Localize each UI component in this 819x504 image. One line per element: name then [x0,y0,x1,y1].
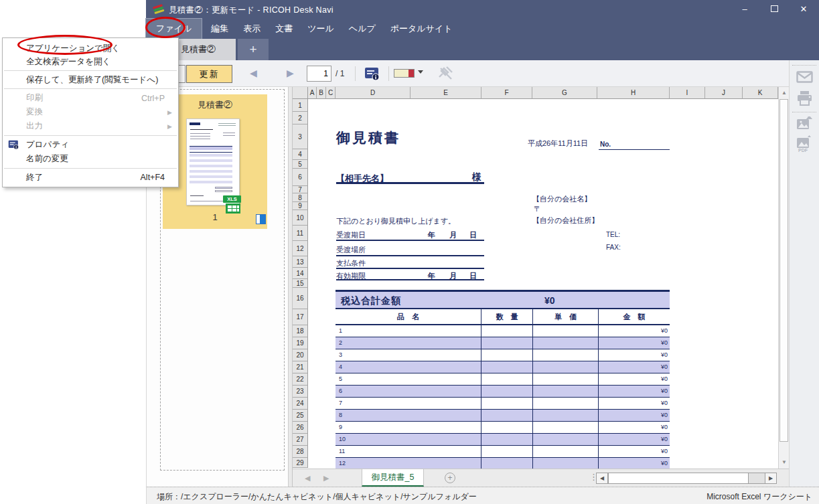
column-headers: ABCDEFGHIJK [308,87,778,99]
toolbar: 閲覧 更新 ◀ ▶ / 1 [146,60,789,87]
page-number-input[interactable] [307,66,331,82]
file-menu-item-12[interactable]: 終了Alt+F4 [3,171,178,184]
properties-icon[interactable] [364,66,380,84]
menubar-item-6[interactable]: ポータルサイト [383,19,460,39]
doc-greeting: 下記のとおり御見積申し上げます。 [336,216,455,226]
stamp-disabled-icon [438,66,454,84]
properties-icon [8,139,19,152]
item-col-header-0: 品 名 [336,309,481,324]
highlight-color-swatch[interactable] [394,69,415,78]
column-header-C: C [326,87,336,99]
file-menu-item-9[interactable]: プロパティ [3,138,178,152]
row-header-14: 14 [293,268,308,279]
title-bar: 見積書②：更新モード - RICOH Desk Navi – ✕ [146,0,819,18]
app-window: 見積書②：更新モード - RICOH Desk Navi – ✕ ファイル編集表… [146,0,819,504]
hscroll-left-icon[interactable]: ◀ [597,473,608,483]
row-header-25: 25 [293,410,308,422]
spreadsheet-pane: ABCDEFGHIJK 1234567891011121314151617181… [293,87,778,469]
hscroll-right-icon[interactable]: ▶ [765,473,776,483]
page-total: / 1 [336,69,344,78]
row-header-18: 18 [293,325,308,337]
doc-date-unit: 日 [469,230,477,240]
doc-company-name: 【自分の会社名】 [532,194,591,204]
sheet-next-icon: ▶ [323,474,329,483]
item-row-6: 6¥0 [336,386,670,398]
panel-splitter[interactable] [288,87,293,487]
item-row-11: 11¥0 [336,446,670,458]
scroll-up-icon[interactable]: ▲ [779,88,790,98]
location-path: 場所：/エクスプローラー/かんたんキャビネット/個人キャビネット/サンプルフォル… [157,491,477,503]
item-col-header-3: 金 額 [598,309,670,324]
doc-date-unit: 年 [428,230,435,240]
vertical-scroll-thumb[interactable] [779,99,788,442]
next-page-icon: ▶ [287,68,294,78]
new-tab-button[interactable]: + [238,39,269,60]
file-type-label: Microsoft Excel ワークシート [706,491,812,503]
item-col-header-2: 単 価 [532,309,598,324]
file-menu-item-1[interactable]: 全文検索データを開く [3,55,178,68]
doc-total-value: ¥0 [544,295,555,306]
column-header-E: E [411,87,481,99]
vertical-scrollbar[interactable]: ▲ ▼ [778,87,789,469]
row-header-13: 13 [293,256,308,268]
column-header-I: I [670,87,705,99]
file-menu-item-7: 出力▶ [3,119,178,133]
xls-badge-icon: XLS [223,195,243,214]
menubar-item-4[interactable]: ツール [300,19,342,39]
row-header-10: 10 [293,210,308,226]
menubar-item-3[interactable]: 文書 [268,19,300,39]
annotation-circle-file-menu [145,17,185,38]
sheet-prev-icon: ◀ [305,474,310,483]
minimize-button[interactable]: – [739,4,751,14]
item-row-7: 7¥0 [336,398,670,410]
menu-separator [4,135,177,136]
item-row-4: 4¥0 [336,361,670,373]
right-action-bar: PDF [789,60,819,487]
maximize-button[interactable] [768,4,780,14]
menubar-item-1[interactable]: 編集 [204,19,236,39]
menubar-item-2[interactable]: 表示 [236,19,268,39]
sheet-tab-active[interactable]: 御見積書_5 [362,469,424,487]
row-header-22: 22 [293,373,308,386]
file-menu-item-10[interactable]: 名前の変更 [3,152,178,166]
menu-separator [4,70,177,71]
doc-no-label: No. [600,141,611,148]
update-mode-button[interactable]: 更新 [186,65,232,83]
thumbnail-preview [186,118,240,205]
row-headers: 1234567891011121314151617181920212223242… [293,99,308,468]
column-header-B: B [317,87,326,99]
row-header-6: 6 [293,169,308,186]
doc-field-label-0: 受渡期日 [336,230,366,240]
doc-field-underline [336,279,484,280]
print-icon [796,90,813,109]
close-button[interactable]: ✕ [798,4,810,14]
column-header-J: J [705,87,743,99]
prev-page-icon: ◀ [250,68,257,78]
row-header-5: 5 [293,160,308,169]
column-header-A: A [308,87,317,99]
column-header-K: K [743,87,778,99]
menu-separator [4,88,177,89]
file-menu-item-3[interactable]: 保存して、更新終了(閲覧モードへ) [3,73,178,86]
row-header-15: 15 [293,279,308,288]
item-row-5: 5¥0 [336,373,670,386]
doc-date-unit: 月 [449,230,457,240]
send-mail-icon [796,71,813,86]
horizontal-scroll-thumb[interactable] [608,473,749,483]
highlight-dropdown-icon[interactable] [418,70,423,74]
horizontal-scrollbar[interactable]: ◀ ▶ [596,473,777,484]
doc-fax-label: FAX: [606,244,621,251]
row-header-29: 29 [293,458,308,468]
item-row-12: 12¥0 [336,458,670,469]
row-header-4: 4 [293,149,308,160]
scroll-down-icon[interactable]: ▼ [779,457,790,468]
window-title: 見積書②：更新モード - RICOH Desk Navi [169,5,333,16]
add-sheet-button[interactable]: + [445,473,455,483]
column-header-G: G [532,87,597,99]
menubar-item-5[interactable]: ヘルプ [342,19,383,39]
menu-separator [4,168,177,169]
status-bar: 場所：/エクスプローラー/かんたんキャビネット/個人キャビネット/サンプルフォル… [146,487,819,504]
row-header-21: 21 [293,361,308,373]
item-row-3: 3¥0 [336,349,670,361]
row-header-17: 17 [293,309,308,325]
